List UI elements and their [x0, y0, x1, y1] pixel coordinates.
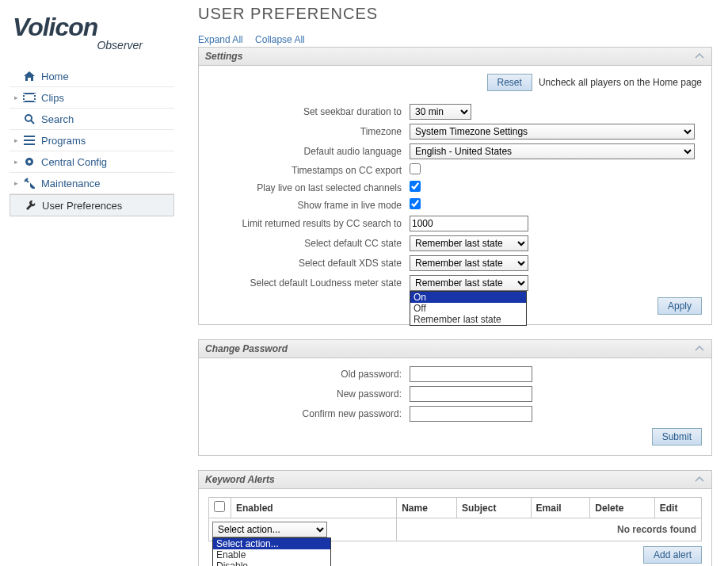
loudness-option-on[interactable]: On	[410, 292, 526, 303]
sidebar-item-maintenance[interactable]: ▸ Maintenance	[10, 173, 174, 194]
loudness-select[interactable]: Remember last state	[410, 275, 528, 291]
list-icon	[22, 134, 36, 147]
audio-label: Default audio language	[208, 146, 410, 157]
sidebar: Volicon Observer Home ▸ Clips Search ▸ P…	[0, 0, 174, 566]
gear-icon	[22, 155, 36, 168]
keyword-alerts-header[interactable]: Keyword Alerts	[198, 470, 712, 489]
xds-select[interactable]: Remember last state	[410, 255, 528, 271]
panel-title: Change Password	[205, 343, 694, 354]
settings-panel: Settings Reset Uncheck all players on th…	[198, 47, 712, 325]
reset-hint-text: Uncheck all players on the Home page	[539, 77, 702, 88]
svg-rect-3	[23, 97, 25, 98]
sidebar-item-label: Programs	[41, 135, 170, 147]
loudness-option-off[interactable]: Off	[410, 303, 526, 314]
limit-label: Limit returned results by CC search to	[208, 218, 410, 229]
audio-select[interactable]: English - United States	[410, 143, 695, 159]
sidebar-item-clips[interactable]: ▸ Clips	[10, 87, 174, 109]
new-password-label: New password:	[208, 388, 410, 400]
action-option-disable[interactable]: Disable	[213, 560, 330, 566]
reset-button[interactable]: Reset	[487, 74, 532, 91]
playlive-checkbox[interactable]	[410, 181, 421, 192]
svg-point-8	[25, 115, 32, 121]
select-all-checkbox[interactable]	[214, 501, 225, 512]
sidebar-item-home[interactable]: Home	[10, 66, 174, 87]
expand-collapse-tools: Expand All Collapse All	[198, 34, 712, 45]
sidebar-item-programs[interactable]: ▸ Programs	[10, 130, 174, 151]
sidebar-item-label: Home	[41, 71, 170, 82]
page-title: USER PREFERENCES	[198, 5, 712, 23]
change-password-header[interactable]: Change Password	[198, 339, 712, 358]
confirm-password-input[interactable]	[410, 406, 532, 422]
add-alert-button[interactable]: Add alert	[643, 546, 702, 564]
wrench-icon	[23, 199, 37, 212]
home-icon	[22, 70, 36, 82]
panel-title: Settings	[205, 51, 694, 62]
keyword-alerts-table: Enabled Name Subject Email Delete Edit	[208, 497, 702, 541]
new-password-input[interactable]	[410, 386, 532, 402]
sidebar-item-user-preferences[interactable]: User Preferences	[10, 194, 174, 216]
sidebar-item-search[interactable]: Search	[10, 109, 174, 130]
sidebar-item-label: Clips	[41, 92, 170, 104]
svg-rect-5	[34, 94, 36, 95]
expand-all-link[interactable]: Expand All	[198, 34, 243, 45]
action-option-enable[interactable]: Enable	[213, 549, 330, 560]
settings-panel-header[interactable]: Settings	[198, 47, 712, 66]
film-icon	[22, 91, 36, 104]
svg-rect-2	[23, 94, 25, 95]
loudness-option-remember[interactable]: Remember last state	[410, 314, 526, 325]
old-password-input[interactable]	[410, 366, 532, 382]
main-content: USER PREFERENCES Expand All Collapse All…	[174, 0, 728, 566]
sidebar-item-label: Maintenance	[41, 178, 170, 189]
svg-rect-6	[34, 97, 36, 98]
chevron-right-icon: ▸	[14, 94, 21, 101]
loudness-dropdown-open: On Off Remember last state	[410, 291, 527, 326]
timezone-select[interactable]: System Timezone Settings	[410, 124, 695, 140]
xds-label: Select default XDS state	[208, 258, 410, 269]
sidebar-item-label: Central Config	[41, 156, 170, 168]
sidebar-item-central-config[interactable]: ▸ Central Config	[10, 151, 174, 173]
logo: Volicon Observer	[13, 13, 174, 52]
confirm-password-label: Confirm new password:	[208, 408, 410, 419]
logo-text: Volicon	[13, 13, 174, 42]
svg-rect-7	[34, 100, 36, 101]
svg-rect-4	[23, 100, 25, 101]
old-password-label: Old password:	[208, 369, 410, 380]
collapse-all-link[interactable]: Collapse All	[255, 34, 305, 45]
col-delete: Delete	[590, 498, 654, 518]
frame-checkbox[interactable]	[410, 198, 421, 209]
tools-icon	[22, 177, 36, 189]
apply-button[interactable]: Apply	[657, 297, 702, 315]
action-option-placeholder[interactable]: Select action...	[213, 538, 330, 549]
cc-select[interactable]: Remember last state	[410, 235, 528, 251]
svg-point-14	[28, 160, 31, 163]
timestamps-checkbox[interactable]	[410, 163, 421, 174]
no-records-text: No records found	[397, 518, 702, 541]
svg-rect-1	[25, 94, 34, 101]
seekbar-select[interactable]: 30 min	[410, 104, 471, 120]
chevron-right-icon: ▸	[14, 136, 21, 144]
sidebar-item-label: User Preferences	[42, 200, 169, 212]
collapse-icon	[694, 345, 705, 353]
svg-rect-12	[24, 143, 35, 145]
sidebar-item-label: Search	[41, 113, 170, 125]
submit-button[interactable]: Submit	[652, 428, 702, 446]
frame-label: Show frame in live mode	[208, 200, 410, 211]
chevron-right-icon: ▸	[14, 179, 21, 187]
seekbar-label: Set seekbar duration to	[208, 106, 410, 117]
col-email: Email	[531, 498, 590, 518]
change-password-panel: Change Password Old password: New passwo…	[198, 339, 712, 456]
cc-label: Select default CC state	[208, 238, 410, 249]
col-subject: Subject	[457, 498, 532, 518]
panel-title: Keyword Alerts	[205, 474, 694, 485]
limit-input[interactable]	[410, 216, 528, 231]
svg-rect-10	[24, 136, 35, 137]
keyword-alerts-panel: Keyword Alerts Enabled Name Subject Emai…	[198, 470, 712, 566]
search-icon	[22, 113, 36, 125]
collapse-icon	[694, 52, 705, 60]
chevron-right-icon: ▸	[14, 158, 21, 166]
collapse-icon	[694, 476, 705, 484]
bulk-action-select[interactable]: Select action...	[212, 522, 327, 537]
svg-rect-11	[24, 140, 35, 141]
svg-line-9	[31, 120, 34, 124]
timestamps-label: Timestamps on CC export	[208, 165, 410, 176]
